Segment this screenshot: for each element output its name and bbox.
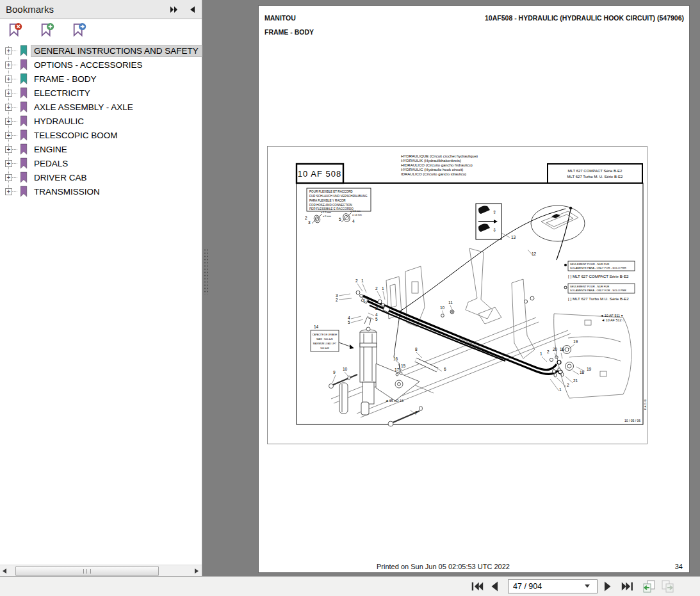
last-page-button[interactable] xyxy=(621,579,636,594)
figure-language-titles: HYDRAULIQUE (Circuit crochet hydraulique… xyxy=(401,154,478,176)
bookmark-item[interactable]: + GENERAL INSTRUCTIONS AND SAFETY xyxy=(0,44,202,58)
bookmark-label[interactable]: OPTIONS - ACCESSORIES xyxy=(31,60,202,70)
bookmarks-horizontal-scrollbar[interactable] xyxy=(0,565,202,576)
part-callout: 5 xyxy=(348,320,350,325)
only-model-2: [ ] MLT 627 Turbo M.U. Série B-E2 xyxy=(568,296,629,301)
drawing-date: 10 / 05 / 06 xyxy=(624,419,640,423)
ref-10af512: ◄ 10 AF 512 ○ xyxy=(601,318,624,322)
part-callout: 3 xyxy=(336,293,338,298)
only-for-note-2: SEULEMENT POUR - NUR FUR SOLAMENTE PARA … xyxy=(564,284,635,301)
previous-view-button[interactable] xyxy=(642,579,657,594)
part-callout: 10 xyxy=(440,305,445,310)
bookmark-item[interactable]: + HYDRAULIC xyxy=(0,114,202,128)
bookmark-item[interactable]: + DRIVER CAB xyxy=(0,170,202,184)
capacity-line: MAXIMUM LOAD LIFT xyxy=(313,342,337,345)
expand-plus-box[interactable]: + xyxy=(5,90,12,97)
tree-connector xyxy=(12,65,17,65)
part-callout: 11 xyxy=(448,300,453,305)
expand-plus-box[interactable]: + xyxy=(5,76,12,83)
part-callout: 14 xyxy=(314,325,319,329)
part-callout: 2 xyxy=(355,278,358,283)
part-callout: 2 xyxy=(336,298,338,302)
page-number: 34 xyxy=(675,563,683,570)
collapse-panel-button[interactable] xyxy=(186,4,198,15)
bookmark-label[interactable]: ENGINE xyxy=(31,144,202,155)
hose-note-line: PER FLESSIBILE E RACCORDO xyxy=(309,207,354,211)
bookmark-label[interactable]: AXLE ASSEMBLY - AXLE xyxy=(31,102,202,113)
bookmark-label[interactable]: PEDALS xyxy=(31,158,202,169)
panel-splitter-handle[interactable] xyxy=(204,248,209,294)
ref-10af511: ◄ 10 AF 511 ● xyxy=(600,314,623,318)
expand-plus-box[interactable]: + xyxy=(5,104,12,111)
page-number-combobox[interactable] xyxy=(508,579,598,593)
part-callout: 9 xyxy=(333,370,336,375)
expand-plus-box[interactable]: + xyxy=(5,61,12,68)
panel-options-icon[interactable] xyxy=(168,4,180,15)
bookmark-ribbon-icon xyxy=(19,87,29,99)
part-callout: 21 xyxy=(573,378,578,383)
bookmark-item[interactable]: + TELESCOPIC BOOM xyxy=(0,128,202,142)
lever-control-box: ⇧ ⇩ xyxy=(476,204,501,239)
delete-bookmark-button[interactable] xyxy=(8,22,23,38)
expand-plus-box[interactable]: + xyxy=(5,118,12,125)
bookmark-ribbon-icon xyxy=(19,129,29,141)
scroll-right-arrow[interactable] xyxy=(192,567,200,575)
bookmark-label[interactable]: HYDRAULIC xyxy=(31,116,202,127)
bookmarks-panel-header: Bookmarks xyxy=(0,0,202,19)
first-page-button[interactable] xyxy=(470,579,485,594)
only-note-line: SOLAMENTE PARA - ONLY FOR - SOLO PER xyxy=(570,289,626,292)
bookmark-item[interactable]: + OPTIONS - ACCESSORIES xyxy=(0,58,202,72)
expand-plus-box[interactable]: + xyxy=(5,146,12,153)
part-callout: 1 xyxy=(559,387,562,392)
model-box xyxy=(548,164,642,183)
bookmark-item[interactable]: + ENGINE xyxy=(0,142,202,156)
expand-plus-box[interactable]: + xyxy=(5,188,12,195)
page-header-brand: MANITOU xyxy=(265,14,296,22)
figure-title-de: HYDRAULIK (Hydraulikhakenkreis) xyxy=(401,159,461,163)
part-callout: 2 xyxy=(547,350,549,354)
only-note-line: SEULEMENT POUR - NUR FUR xyxy=(570,262,609,266)
bookmark-item[interactable]: + TRANSMISSION xyxy=(0,184,202,198)
expand-plus-box[interactable]: + xyxy=(5,47,12,54)
scrollbar-thumb[interactable] xyxy=(15,566,159,576)
part-callout: 18 xyxy=(560,347,565,351)
bookmark-item[interactable]: + FRAME - BODY xyxy=(0,72,202,86)
capacity-line: CAPACITE DE LEVAGE xyxy=(313,334,338,336)
capacity-line: 500 daN xyxy=(320,347,329,350)
scroll-left-arrow[interactable] xyxy=(1,567,8,575)
part-callout: 7 xyxy=(415,410,418,415)
bookmark-ribbon-icon xyxy=(19,73,29,85)
ring2-dim-outer: ø 1.6 mm xyxy=(350,210,361,213)
only-for-note-1: SEULEMENT POUR - NUR FUR SOLAMENTE PARA … xyxy=(564,261,635,278)
bookmark-label[interactable]: GENERAL INSTRUCTIONS AND SAFETY xyxy=(31,45,202,56)
part-callout: 3 xyxy=(308,220,311,225)
document-page: MANITOU 10AF508 - HYDRAULIC (HYDRAULIC H… xyxy=(258,5,690,573)
bookmark-item[interactable]: + AXLE ASSEMBLY - AXLE xyxy=(0,100,202,114)
next-view-button[interactable] xyxy=(661,579,676,594)
bookmark-label[interactable]: FRAME - BODY xyxy=(31,74,202,85)
previous-page-button[interactable] xyxy=(489,579,505,594)
expand-plus-box[interactable]: + xyxy=(5,160,12,167)
tree-connector xyxy=(12,79,17,79)
bookmark-label[interactable]: DRIVER CAB xyxy=(31,172,202,183)
add-bookmark-button[interactable] xyxy=(40,22,55,38)
bookmark-label[interactable]: TELESCOPIC BOOM xyxy=(31,130,202,141)
bookmark-label[interactable]: ELECTRICITY xyxy=(31,88,202,99)
expand-plus-box[interactable]: + xyxy=(5,174,12,181)
bookmark-ribbon-icon xyxy=(19,157,29,170)
bookmark-item[interactable]: + PEDALS xyxy=(0,156,202,170)
expand-plus-box[interactable]: + xyxy=(5,132,12,139)
next-page-button[interactable] xyxy=(603,579,618,594)
double-arrow-right-icon xyxy=(170,6,179,13)
app-window: { "bookmarks_panel": { "title": "Bookmar… xyxy=(0,0,700,596)
part-callout: 5 xyxy=(375,317,378,321)
tree-connector xyxy=(12,149,17,150)
bookmark-item[interactable]: + ELECTRICITY xyxy=(0,86,202,100)
only-model-1: [ ] MLT 627 COMPACT Série B-E2 xyxy=(568,274,629,278)
triangle-left-icon xyxy=(189,6,195,13)
goto-bookmark-button[interactable] xyxy=(72,22,87,38)
bookmark-label[interactable]: TRANSMISSION xyxy=(31,186,202,197)
bookmarks-toolbar xyxy=(0,19,202,41)
figure-title-fr: HYDRAULIQUE (Circuit crochet hydraulique… xyxy=(401,154,478,158)
bookmark-ribbon-icon xyxy=(19,172,29,184)
